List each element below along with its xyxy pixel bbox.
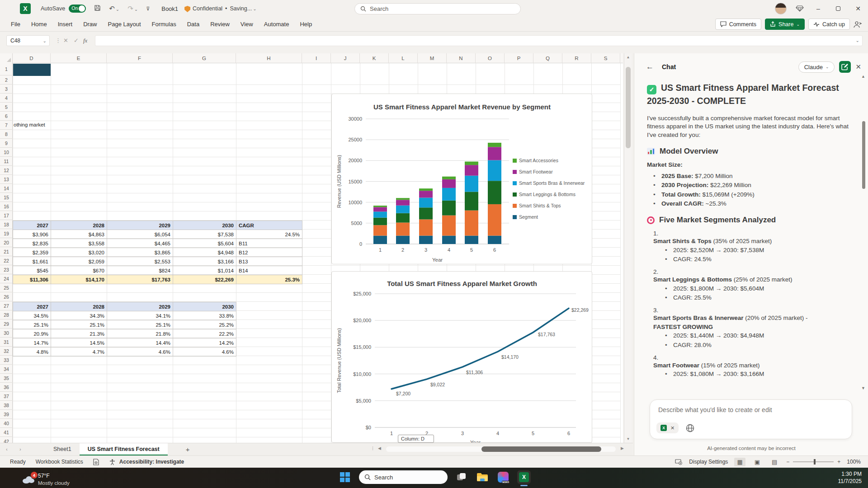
cell[interactable]: 4.6% — [107, 347, 173, 357]
row-header-32[interactable]: 32 — [0, 347, 13, 356]
normal-view-button[interactable]: ▦ — [734, 458, 745, 466]
cell[interactable]: 14.4% — [107, 338, 173, 347]
row-header-17[interactable]: 17 — [0, 211, 13, 220]
segment-share-table[interactable]: 202720282029203034.5%34.3%34.1%33.8%25.1… — [13, 302, 236, 357]
cell[interactable]: $670 — [51, 266, 107, 275]
cell[interactable]: 25.3% — [236, 275, 302, 284]
autosave-toggle[interactable]: On — [69, 5, 86, 13]
cell[interactable]: $5,604 — [173, 239, 236, 248]
select-all-corner[interactable] — [0, 53, 13, 63]
cell[interactable]: 14.5% — [51, 338, 107, 347]
comments-button[interactable]: Comments — [715, 19, 761, 30]
weather-widget[interactable]: 4 57°F Mostly cloudy — [23, 470, 70, 487]
row-header-23[interactable]: 23 — [0, 266, 13, 274]
row-header-33[interactable]: 33 — [0, 356, 13, 365]
undo-button[interactable]: ↶⌄ — [109, 5, 119, 13]
m365-copilot-button[interactable]: M365 — [496, 470, 510, 484]
taskbar-search[interactable]: Search — [359, 470, 448, 484]
vscroll-thumb[interactable] — [626, 67, 631, 148]
scroll-down-icon[interactable]: ▼ — [624, 437, 632, 441]
row-header-22[interactable]: 22 — [0, 257, 13, 265]
cell[interactable]: 25.1% — [51, 320, 107, 329]
ribbon-tab-insert[interactable]: Insert — [52, 17, 78, 31]
header-cell[interactable]: 2027 — [13, 221, 51, 230]
formula-cancel-icon[interactable]: ✕ — [63, 37, 68, 44]
web-search-icon[interactable] — [686, 424, 694, 432]
row-header-36[interactable]: 36 — [0, 383, 13, 392]
formula-expand-icon[interactable]: ⌄ — [856, 38, 859, 43]
stacked-bar-chart[interactable]: US Smart Fitness Apparel Market Revenue … — [331, 94, 592, 264]
row-header-18[interactable]: 18 — [0, 221, 13, 229]
new-chat-button[interactable] — [839, 61, 851, 73]
cell[interactable]: 25.1% — [13, 320, 51, 329]
cell[interactable]: $22,269 — [173, 275, 236, 284]
namebox-splitter-icon[interactable]: ⋮ — [55, 37, 61, 44]
row-header-7[interactable]: 7 — [0, 121, 13, 130]
cell[interactable]: 21.3% — [51, 329, 107, 338]
header-cell[interactable]: 2030 — [173, 221, 236, 230]
sheet-tab-sheet1[interactable]: Sheet1 — [45, 443, 80, 456]
display-settings-icon[interactable] — [675, 459, 683, 465]
sheet-tab-us-smart-fitness-forecast[interactable]: US Smart Fitness Forecast — [80, 443, 168, 456]
row-header-26[interactable]: 26 — [0, 293, 13, 301]
scroll-left-icon[interactable]: ◀ — [378, 446, 381, 450]
redo-button[interactable]: ↷⌄ — [127, 5, 138, 13]
cell[interactable]: $11,306 — [13, 275, 51, 284]
row-header-1[interactable]: 1 — [0, 63, 13, 75]
filled-title-cell[interactable] — [13, 64, 51, 76]
save-icon[interactable] — [94, 5, 101, 13]
cell[interactable]: $7,538 — [173, 230, 236, 239]
excel-taskbar-button[interactable]: X — [517, 470, 531, 484]
row-header-6[interactable]: 6 — [0, 112, 13, 121]
revenue-forecast-table[interactable]: 2027202820292030CAGR$3,906$4,863$6,054$7… — [13, 221, 302, 284]
cell[interactable]: $4,948 — [173, 248, 236, 257]
name-box[interactable]: C48 ⌄ — [6, 35, 50, 46]
cell[interactable]: $4,863 — [51, 230, 107, 239]
ribbon-tab-data[interactable]: Data — [182, 17, 205, 31]
title-chevron-icon[interactable]: ⌄ — [253, 6, 256, 11]
task-view-button[interactable] — [455, 470, 468, 484]
row-header-10[interactable]: 10 — [0, 148, 13, 157]
cell[interactable]: 24.5% — [236, 230, 302, 239]
cell[interactable]: 4.7% — [51, 347, 107, 357]
row-header-20[interactable]: 20 — [0, 239, 13, 247]
cell[interactable]: 14.2% — [173, 338, 236, 347]
ribbon-tab-home[interactable]: Home — [26, 17, 52, 31]
row-header-39[interactable]: 39 — [0, 410, 13, 419]
cell[interactable]: $6,054 — [107, 230, 173, 239]
row-header-9[interactable]: 9 — [0, 139, 13, 148]
search-box[interactable]: Search — [354, 3, 521, 14]
row-header-35[interactable]: 35 — [0, 374, 13, 383]
catch-up-button[interactable]: Catch up — [808, 19, 850, 30]
zoom-slider[interactable]: − + — [786, 459, 840, 465]
chat-back-icon[interactable]: ← — [646, 62, 654, 71]
header-cell[interactable]: 2028 — [51, 221, 107, 230]
sensitivity-label[interactable]: Confidential — [193, 5, 222, 12]
row-header-2[interactable]: 2 — [0, 76, 13, 84]
cell[interactable]: 4.6% — [173, 347, 236, 357]
column-header-S[interactable]: S — [591, 53, 620, 63]
close-button[interactable]: ✕ — [853, 5, 863, 12]
horizontal-scrollbar[interactable]: ⋮ ◀ ▶ — [371, 446, 624, 453]
chat-input-box[interactable]: Describe what you'd like to create or ed… — [650, 399, 852, 439]
accessibility-status[interactable]: Accessibility: Investigate — [119, 459, 184, 465]
cell[interactable]: B11 — [236, 239, 302, 248]
cell[interactable]: B13 — [236, 257, 302, 266]
start-button[interactable] — [338, 470, 352, 484]
cell[interactable]: 20.9% — [13, 329, 51, 338]
row-header-15[interactable]: 15 — [0, 193, 13, 202]
column-header-N[interactable]: N — [447, 53, 476, 63]
column-header-J[interactable]: J — [331, 53, 360, 63]
ribbon-tab-automate[interactable]: Automate — [259, 17, 295, 31]
ribbon-tab-formulas[interactable]: Formulas — [146, 17, 182, 31]
new-sheet-button[interactable]: + — [186, 446, 190, 453]
row-header-13[interactable]: 13 — [0, 175, 13, 184]
row-header-16[interactable]: 16 — [0, 202, 13, 211]
column-header-I[interactable]: I — [302, 53, 331, 63]
column-header-L[interactable]: L — [389, 53, 418, 63]
ribbon-tab-file[interactable]: File — [5, 17, 26, 31]
name-box-chevron-icon[interactable]: ⌄ — [43, 38, 47, 43]
zoom-in-icon[interactable]: + — [837, 459, 840, 465]
chat-scroll-down-icon[interactable]: ▼ — [861, 386, 865, 390]
zoom-out-icon[interactable]: − — [786, 459, 789, 465]
